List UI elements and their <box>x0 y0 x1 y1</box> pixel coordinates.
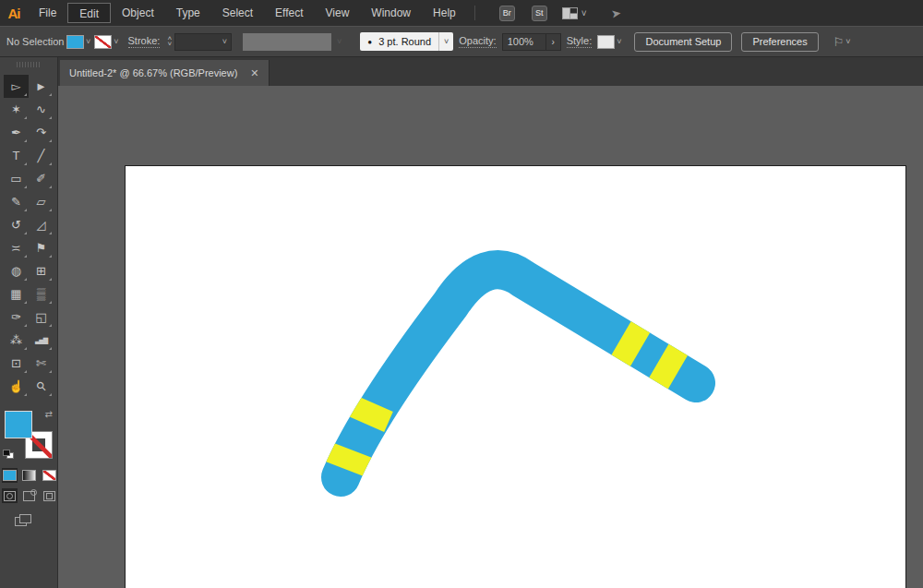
tool-grid: ▻ ► ✶ ∿ ✒ ↷ T ╱ ▭ ✐ ✎ ▱ ↺ ◿ ≍ ⚑ ◍ ⊞ ▦ ▒ … <box>0 75 57 398</box>
tool-paintbrush[interactable]: ✐ <box>29 167 54 190</box>
brush-preview-dot: ● <box>367 38 372 46</box>
brush-chevron-icon[interactable]: ˅ <box>438 32 453 51</box>
variable-width-combo-disabled <box>243 33 331 51</box>
draw-normal-button[interactable] <box>2 488 18 503</box>
fill-stroke-widget: ⇄ <box>3 409 54 461</box>
tool-hand[interactable]: ☝ <box>4 375 29 398</box>
tool-mesh[interactable]: ▦ <box>4 282 29 306</box>
stroke-weight-combo[interactable]: ˅ <box>174 33 232 51</box>
publish-icon[interactable]: ➤ <box>610 6 622 20</box>
control-bar: No Selection ˅ ˅ Stroke: ˄ ˅ ˅ ˅ ● 3 pt.… <box>0 26 923 57</box>
stock-button[interactable]: St <box>532 6 547 21</box>
variable-width-chevron-icon: ˅ <box>337 37 342 46</box>
tool-symbol-sprayer[interactable]: ⁂ <box>4 329 29 352</box>
menu-select[interactable]: Select <box>211 3 264 23</box>
workspace-switcher-icon[interactable] <box>562 7 578 19</box>
menu-help[interactable]: Help <box>422 3 467 23</box>
paint-none-button[interactable] <box>42 468 57 483</box>
tool-magic-wand[interactable]: ✶ <box>4 98 29 121</box>
menu-edit[interactable]: Edit <box>67 3 111 23</box>
tool-shape-builder[interactable]: ◍ <box>4 259 29 282</box>
document-tab[interactable]: Untitled-2* @ 66.67% (RGB/Preview) ✕ <box>60 60 270 86</box>
menubar-divider <box>474 6 475 20</box>
tool-eraser[interactable]: ▱ <box>29 190 54 213</box>
boomerang-body[interactable] <box>341 270 696 477</box>
draw-inside-button[interactable] <box>42 488 57 503</box>
tool-perspective-grid[interactable]: ⊞ <box>29 259 54 282</box>
tool-rotate[interactable]: ↺ <box>4 213 29 236</box>
opacity-input[interactable]: 100% <box>502 33 546 51</box>
stroke-weight-stepper[interactable]: ˄ ˅ <box>167 36 172 47</box>
tool-selection[interactable]: ▻ <box>4 75 29 98</box>
tool-line-segment[interactable]: ╱ <box>29 144 54 167</box>
document-setup-button[interactable]: Document Setup <box>634 32 732 52</box>
select-similar-icon[interactable]: ⚐ <box>833 35 845 49</box>
canvas-pasteboard[interactable] <box>58 86 923 588</box>
toolbar-drag-grip[interactable] <box>17 62 41 67</box>
tool-pencil[interactable]: ✎ <box>4 190 29 213</box>
draw-behind-button[interactable] <box>21 488 37 503</box>
selection-status: No Selection <box>0 36 66 47</box>
drawing-modes-row <box>2 488 57 503</box>
tool-pen[interactable]: ✒ <box>4 121 29 144</box>
style-chevron-icon[interactable]: ˅ <box>615 37 625 46</box>
menu-window[interactable]: Window <box>360 3 422 23</box>
brush-name: 3 pt. Round <box>378 36 431 47</box>
tool-direct-selection[interactable]: ► <box>29 75 54 98</box>
tool-blend[interactable]: ◱ <box>29 306 54 329</box>
tool-rectangle[interactable]: ▭ <box>4 167 29 190</box>
style-label[interactable]: Style: <box>567 35 593 48</box>
menu-object[interactable]: Object <box>111 3 165 23</box>
paint-gradient-button[interactable] <box>21 468 37 483</box>
tool-eyedropper[interactable]: ✑ <box>4 306 29 329</box>
tool-curvature[interactable]: ↷ <box>29 121 54 144</box>
tool-artboard[interactable]: ⊡ <box>4 352 29 375</box>
screen-mode-icon[interactable] <box>15 514 31 526</box>
fill-color-swatch[interactable] <box>66 35 84 49</box>
paint-style-row <box>2 468 57 483</box>
menu-effect[interactable]: Effect <box>264 3 314 23</box>
tool-gradient[interactable]: ▒ <box>29 282 54 306</box>
select-similar-chevron-icon[interactable]: ˅ <box>844 37 854 46</box>
tools-panel: ▻ ► ✶ ∿ ✒ ↷ T ╱ ▭ ✐ ✎ ▱ ↺ ◿ ≍ ⚑ ◍ ⊞ ▦ ▒ … <box>0 57 58 588</box>
stroke-weight-chevron-icon[interactable]: ˅ <box>221 37 231 46</box>
tool-puppet-warp[interactable]: ⚑ <box>29 236 54 259</box>
fill-swatch[interactable] <box>5 411 32 438</box>
stroke-none-chevron-icon[interactable]: ˅ <box>112 37 122 46</box>
brush-definition-dropdown[interactable]: ● 3 pt. Round ˅ <box>360 32 453 51</box>
tool-scale[interactable]: ◿ <box>29 213 54 236</box>
opacity-panel-arrow-icon[interactable]: › <box>546 33 561 51</box>
document-tab-bar: Untitled-2* @ 66.67% (RGB/Preview) ✕ <box>58 57 923 86</box>
tab-close-icon[interactable]: ✕ <box>250 67 258 79</box>
tool-width[interactable]: ≍ <box>4 236 29 259</box>
stroke-color-none-swatch[interactable] <box>94 35 112 49</box>
tool-type[interactable]: T <box>4 144 29 167</box>
bridge-button[interactable]: Br <box>499 6 515 21</box>
tool-zoom[interactable]: ⚲ <box>29 375 54 398</box>
fill-chevron-icon[interactable]: ˅ <box>84 37 94 46</box>
stroke-label[interactable]: Stroke: <box>128 35 161 48</box>
stepper-down-icon[interactable]: ˅ <box>167 42 172 47</box>
tool-column-graph[interactable]: ▃▅▇ <box>29 329 54 352</box>
app-logo: Ai <box>0 6 28 21</box>
menu-view[interactable]: View <box>315 3 361 23</box>
tool-slice[interactable]: ✄ <box>29 352 54 375</box>
default-fill-stroke-icon[interactable] <box>3 450 14 459</box>
boomerang-artwork[interactable] <box>126 166 905 588</box>
menu-type[interactable]: Type <box>165 3 211 23</box>
menu-file[interactable]: File <box>28 3 67 23</box>
opacity-label[interactable]: Opacity: <box>459 35 496 48</box>
style-swatch[interactable] <box>597 35 615 49</box>
preferences-button[interactable]: Preferences <box>741 32 818 52</box>
document-tab-title: Untitled-2* @ 66.67% (RGB/Preview) <box>69 67 237 78</box>
menu-bar: Ai File Edit Object Type Select Effect V… <box>0 0 923 26</box>
swap-fill-stroke-icon[interactable]: ⇄ <box>45 409 53 419</box>
artboard[interactable] <box>125 165 906 588</box>
workspace-chevron-icon[interactable]: ˅ <box>581 8 587 18</box>
paint-color-button[interactable] <box>2 468 18 483</box>
tool-lasso[interactable]: ∿ <box>29 98 54 121</box>
